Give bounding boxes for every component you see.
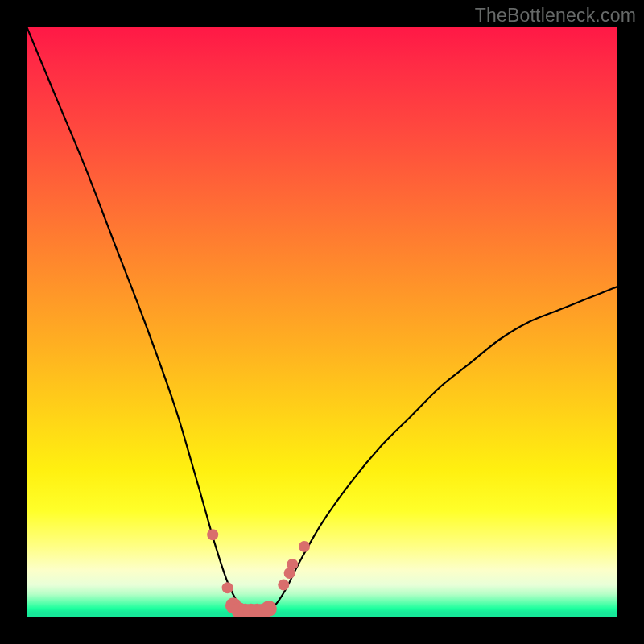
chart-frame: TheBottleneck.com bbox=[0, 0, 644, 644]
marker-group bbox=[207, 529, 310, 617]
chart-svg bbox=[27, 27, 617, 617]
data-point bbox=[278, 580, 289, 591]
data-point bbox=[222, 582, 233, 593]
chart-plot-area bbox=[27, 27, 617, 617]
watermark-text: TheBottleneck.com bbox=[475, 5, 636, 27]
bottleneck-curve bbox=[27, 27, 617, 612]
data-point bbox=[207, 529, 218, 540]
data-point bbox=[299, 541, 310, 552]
data-point bbox=[287, 559, 298, 570]
data-point bbox=[261, 601, 277, 617]
